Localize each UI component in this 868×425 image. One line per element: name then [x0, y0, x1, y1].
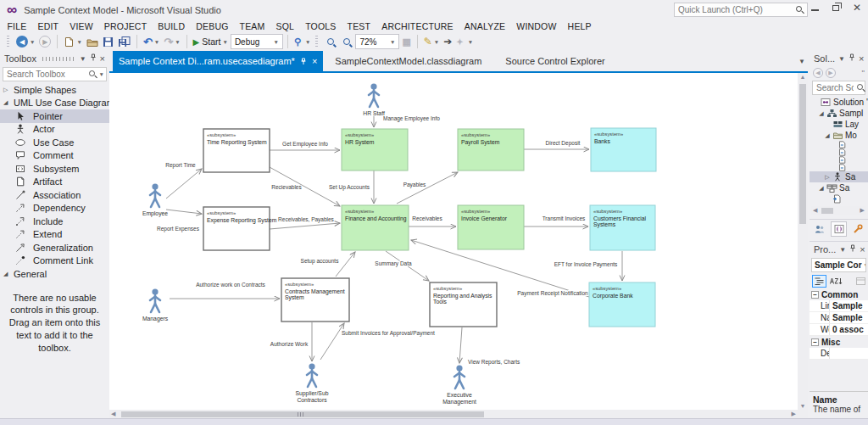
- start-debug-button[interactable]: ▶Start▼: [192, 33, 230, 50]
- collapse-icon[interactable]: −: [811, 338, 819, 346]
- new-project-button[interactable]: ▼: [62, 33, 83, 50]
- tree-item[interactable]: [810, 164, 868, 171]
- node-corporate-bank[interactable]: «subsystem»Corporate Bank: [589, 282, 655, 327]
- tree-item[interactable]: [810, 156, 868, 164]
- menu-build[interactable]: BUILD: [153, 21, 191, 31]
- scrollbar-thumb[interactable]: [799, 84, 806, 224]
- toolbox-item-artifact[interactable]: Artifact: [0, 176, 109, 189]
- menu-tools[interactable]: TOOLS: [300, 21, 342, 31]
- menu-architecture[interactable]: ARCHITECTURE: [376, 21, 459, 31]
- restore-button[interactable]: [832, 5, 839, 11]
- menu-window[interactable]: WINDOW: [511, 21, 562, 31]
- node-hr-system[interactable]: «subsystem»HR System: [342, 129, 408, 171]
- actor-employee[interactable]: Employee: [142, 183, 168, 217]
- menu-file[interactable]: FILE: [2, 21, 32, 31]
- edge-transmit-invoices[interactable]: Transmit Invoices: [524, 215, 588, 226]
- back-icon[interactable]: ◀: [813, 68, 823, 78]
- menu-edit[interactable]: EDIT: [32, 21, 64, 31]
- comment-edit-button[interactable]: ✎▼: [422, 33, 442, 50]
- edge-setup-accounts[interactable]: Setup accounts: [301, 252, 355, 277]
- panel-drag-handle[interactable]: [42, 57, 74, 61]
- editor-horizontal-scrollbar[interactable]: ◀ ▶: [109, 410, 798, 418]
- node-expense-reporting-system[interactable]: «subsystem»Expense Reporting System: [203, 207, 277, 250]
- solution-search-box[interactable]: [812, 81, 865, 95]
- tab-team-explorer[interactable]: [812, 221, 828, 237]
- tab-samplecontextmodel-classdiagram[interactable]: SampleContextModel.classdiagram: [323, 51, 493, 71]
- close-button[interactable]: ✕: [853, 3, 861, 12]
- toolbox-item-dependency[interactable]: Dependency: [0, 202, 109, 215]
- menu-view[interactable]: VIEW: [64, 21, 99, 31]
- tab-properties-window[interactable]: [849, 221, 865, 237]
- pin-icon[interactable]: [849, 53, 855, 64]
- toolbar-grip[interactable]: [7, 36, 9, 48]
- scrollbar-thumb[interactable]: [821, 208, 833, 214]
- edge-receivables[interactable]: Receivables: [409, 215, 456, 226]
- scroll-left-icon[interactable]: ◀: [111, 411, 115, 417]
- check-in-button[interactable]: ➔: [442, 33, 453, 50]
- edge-receivables-payables[interactable]: Receivables, Payables: [270, 216, 340, 229]
- menu-test[interactable]: TEST: [342, 21, 376, 31]
- save-all-button[interactable]: [116, 33, 132, 50]
- scroll-right-icon[interactable]: ▶: [792, 411, 796, 417]
- scroll-down-icon[interactable]: ▼: [798, 403, 808, 409]
- tab-source-control-explorer[interactable]: Source Control Explorer: [493, 51, 616, 71]
- save-button[interactable]: [101, 33, 115, 50]
- window-position-icon[interactable]: ▼: [838, 55, 845, 63]
- tree-item-mo[interactable]: ◢Mo: [810, 130, 868, 141]
- edge-view-reports-charts[interactable]: View Reports, Charts: [459, 327, 520, 366]
- property-row-wo[interactable]: Wo0 assoc: [810, 324, 868, 336]
- property-row-des[interactable]: Des: [810, 348, 868, 360]
- node-finance-and-accounting[interactable]: «subsystem»Finance and Accounting: [342, 205, 409, 250]
- window-position-icon[interactable]: ▼: [80, 55, 86, 63]
- edge-set-up-accounts[interactable]: Set Up Accounts: [329, 171, 374, 204]
- tree-item[interactable]: [810, 148, 868, 156]
- solution-horizontal-scrollbar[interactable]: ◀ ▶: [811, 206, 866, 215]
- toolbox-group-simple-shapes[interactable]: ▷Simple Shapes: [0, 83, 109, 97]
- edge-direct-deposit[interactable]: Direct Deposit: [524, 140, 589, 149]
- tree-item-sampl[interactable]: ◢Sampl: [810, 108, 868, 119]
- toolbar-overflow-icon[interactable]: ▼: [468, 39, 473, 45]
- solution-search-input[interactable]: [813, 83, 857, 92]
- edge-payables[interactable]: Payables: [397, 172, 458, 204]
- toolbox-item-association[interactable]: Association: [0, 188, 109, 202]
- fit-diagram-button[interactable]: ▦: [400, 33, 412, 50]
- navigate-forward-button[interactable]: ▶: [37, 33, 53, 50]
- edge-submit-invoices-for-approval-payment[interactable]: Submit Invoices for Approval/Payment: [320, 323, 435, 360]
- pin-icon[interactable]: [300, 58, 307, 65]
- forward-icon[interactable]: ▶: [826, 68, 836, 78]
- tree-item-solution[interactable]: Solution ': [810, 97, 868, 108]
- scrollbar-thumb[interactable]: [121, 411, 484, 417]
- menu-debug[interactable]: DEBUG: [191, 21, 234, 31]
- tree-item[interactable]: [810, 141, 868, 148]
- tree-item-sa[interactable]: ◢Sa: [810, 182, 868, 193]
- navigate-back-button[interactable]: ◀▼: [14, 33, 36, 50]
- editor-vertical-scrollbar[interactable]: ▲ ▼: [798, 73, 808, 410]
- zoom-in-button[interactable]: [323, 33, 338, 50]
- selected-object-dropdown[interactable]: Sample Cor ▼: [811, 258, 866, 272]
- tree-item-sa[interactable]: ▷Sa: [810, 171, 868, 182]
- undo-button[interactable]: ↶▼: [142, 33, 161, 50]
- tab-list-dropdown-icon[interactable]: ▼: [798, 58, 805, 65]
- menu-help[interactable]: HELP: [562, 21, 597, 31]
- link-work-items-button[interactable]: ✦: [454, 33, 465, 50]
- window-position-icon[interactable]: ▼: [839, 246, 846, 254]
- toolbox-item-comment-link[interactable]: Comment Link: [0, 254, 109, 268]
- node-customers-financial-systems[interactable]: «subsystem»Customers FinancialSystems: [590, 205, 655, 250]
- menu-project[interactable]: PROJECT: [98, 21, 152, 31]
- edge-authorize-work-on-contracts[interactable]: Authorize work on Contracts: [170, 282, 280, 299]
- minimize-button[interactable]: [811, 4, 819, 11]
- property-row-linl[interactable]: LinlSample: [810, 300, 868, 312]
- redo-button[interactable]: ↷▼: [162, 33, 181, 50]
- edge-authorize-work[interactable]: Authorize Work: [270, 322, 312, 361]
- categorized-button[interactable]: [812, 275, 826, 288]
- menu-sql[interactable]: SQL: [270, 21, 300, 31]
- toolbox-group-general[interactable]: ◢General: [0, 267, 109, 281]
- edge-eft-for-invoice-payments[interactable]: EFT for Invoice Payments: [554, 251, 622, 281]
- open-file-button[interactable]: [85, 33, 100, 50]
- node-time-reporting-system[interactable]: «subsystem»Time Reporting System: [203, 129, 270, 172]
- toolbox-item-use-case[interactable]: Use Case: [0, 136, 109, 149]
- property-row-nar[interactable]: NarSample: [810, 312, 868, 324]
- toolbox-item-subsystem[interactable]: Subsystem: [0, 162, 109, 176]
- actor-managers[interactable]: Managers: [142, 288, 169, 322]
- toolbox-search-input[interactable]: [3, 70, 89, 79]
